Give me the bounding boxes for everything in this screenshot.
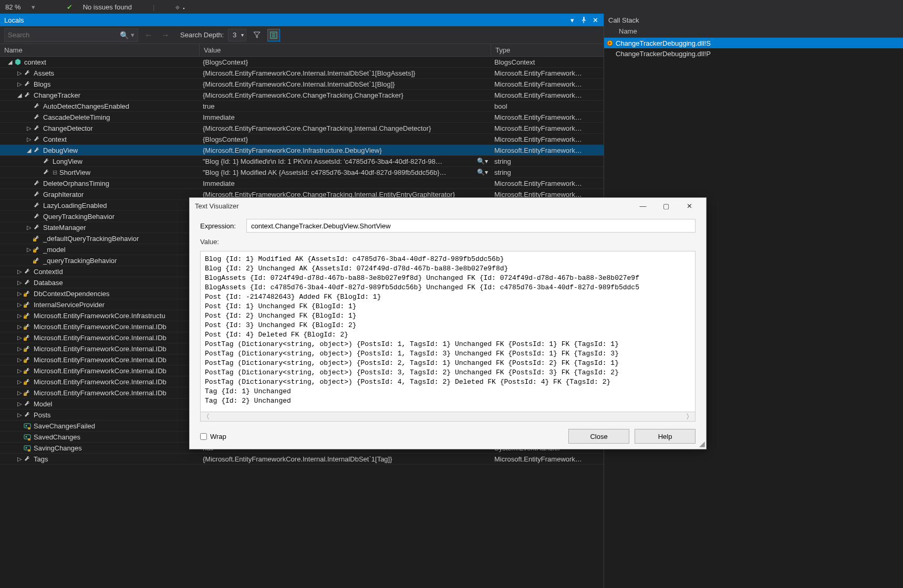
row-type: Microsoft.EntityFramework… bbox=[491, 113, 604, 121]
expand-toggle[interactable] bbox=[25, 180, 33, 186]
svg-point-34 bbox=[26, 447, 27, 449]
depth-select[interactable]: 3 bbox=[228, 29, 246, 41]
expand-toggle[interactable]: ◢ bbox=[25, 147, 33, 154]
expand-toggle[interactable] bbox=[16, 445, 23, 451]
expand-toggle[interactable]: ▷ bbox=[16, 290, 23, 297]
search-icon[interactable]: 🔍 bbox=[120, 31, 129, 39]
expand-toggle[interactable]: ▷ bbox=[16, 412, 23, 418]
wrap-checkbox-input[interactable] bbox=[200, 433, 207, 440]
close-icon[interactable]: ✕ bbox=[591, 16, 599, 24]
magnifier-icon[interactable]: 🔍▾ bbox=[477, 158, 488, 165]
zoom-dropdown-icon[interactable]: ▾ bbox=[32, 3, 35, 11]
row-name: Microsoft.EntityFrameworkCore.Internal.I… bbox=[34, 389, 167, 397]
expand-toggle[interactable]: ▷ bbox=[16, 334, 23, 341]
row-name: Microsoft.EntityFrameworkCore.Internal.I… bbox=[34, 356, 167, 364]
row-value: {BlogsContext} bbox=[203, 58, 488, 66]
tree-row[interactable]: ▷Tags{Microsoft.EntityFrameworkCore.Inte… bbox=[0, 454, 604, 465]
tree-row[interactable]: ◢DebugView{Microsoft.EntityFrameworkCore… bbox=[0, 145, 604, 156]
tree-row[interactable]: LongView"Blog {Id: 1} Modified\r\n Id: 1… bbox=[0, 156, 604, 167]
expand-icon[interactable] bbox=[267, 29, 280, 41]
tree-row[interactable]: ◢context{BlogsContext}BlogsContext bbox=[0, 57, 604, 68]
value-textarea[interactable]: Blog {Id: 1} Modified AK {AssetsId: c478… bbox=[200, 251, 696, 412]
row-name: _queryTrackingBehavior bbox=[43, 257, 117, 265]
callstack-row[interactable]: ChangeTrackerDebugging.dll!P bbox=[604, 48, 903, 59]
expand-toggle[interactable] bbox=[25, 213, 33, 219]
priv-icon bbox=[33, 256, 41, 265]
row-name: Tags bbox=[34, 455, 48, 463]
expand-toggle[interactable] bbox=[16, 434, 23, 440]
locals-toolbar: 🔍 ▾ ← → Search Depth: 3 bbox=[0, 26, 604, 44]
expand-toggle[interactable]: ▷ bbox=[16, 301, 23, 308]
tree-row[interactable]: CascadeDeleteTimingImmediateMicrosoft.En… bbox=[0, 112, 604, 123]
expand-toggle[interactable]: ▷ bbox=[16, 81, 23, 88]
search-input[interactable] bbox=[8, 31, 120, 39]
expand-toggle[interactable] bbox=[16, 423, 23, 429]
tree-row[interactable]: ⊟ShortView"Blog {Id: 1} Modified AK {Ass… bbox=[0, 167, 604, 178]
prop-icon bbox=[33, 223, 41, 232]
row-type: Microsoft.EntityFramework… bbox=[491, 124, 604, 132]
expand-toggle[interactable]: ▷ bbox=[25, 136, 33, 143]
maximize-icon[interactable]: ▢ bbox=[655, 198, 678, 214]
expand-toggle[interactable]: ◢ bbox=[16, 92, 23, 99]
row-type: bool bbox=[491, 102, 604, 110]
expand-toggle[interactable]: ▷ bbox=[16, 368, 23, 374]
expand-toggle[interactable] bbox=[35, 158, 42, 164]
expand-toggle[interactable]: ▷ bbox=[16, 345, 23, 352]
expand-toggle[interactable] bbox=[25, 114, 33, 120]
expand-toggle[interactable]: ▷ bbox=[16, 70, 23, 77]
expand-toggle[interactable]: ▷ bbox=[25, 224, 33, 231]
expand-toggle[interactable]: ▷ bbox=[16, 401, 23, 407]
expand-toggle[interactable]: ▷ bbox=[16, 456, 23, 463]
search-input-wrap[interactable]: 🔍 ▾ bbox=[4, 28, 138, 42]
expand-toggle[interactable]: ▷ bbox=[25, 125, 33, 132]
col-type[interactable]: Type bbox=[491, 44, 604, 56]
tree-row[interactable]: ▷Context{BlogsContext}Microsoft.EntityFr… bbox=[0, 134, 604, 145]
close-dialog-icon[interactable]: ✕ bbox=[678, 198, 701, 214]
help-button[interactable]: Help bbox=[635, 429, 696, 444]
expand-toggle[interactable]: ▷ bbox=[16, 279, 23, 286]
depth-label: Search Depth: bbox=[180, 31, 224, 39]
row-name: Database bbox=[34, 279, 63, 287]
expand-toggle[interactable]: ▷ bbox=[16, 268, 23, 275]
search-dropdown-icon[interactable]: ▾ bbox=[131, 31, 134, 39]
expand-toggle[interactable]: ▷ bbox=[25, 246, 33, 253]
minimize-icon[interactable]: — bbox=[631, 198, 655, 214]
tree-row[interactable]: ▷Assets{Microsoft.EntityFrameworkCore.In… bbox=[0, 68, 604, 79]
col-value[interactable]: Value bbox=[200, 44, 491, 56]
expand-toggle[interactable]: ▷ bbox=[16, 379, 23, 385]
callstack-col-name[interactable]: Name bbox=[604, 26, 903, 38]
callstack-row[interactable]: ChangeTrackerDebugging.dll!S bbox=[604, 38, 903, 48]
expand-toggle[interactable] bbox=[25, 191, 33, 197]
filter-icon[interactable] bbox=[251, 29, 263, 41]
magnifier-icon[interactable]: 🔍▾ bbox=[477, 169, 488, 176]
tree-row[interactable]: ▷Blogs{Microsoft.EntityFrameworkCore.Int… bbox=[0, 79, 604, 90]
row-value: {BlogsContext} bbox=[203, 135, 488, 143]
expand-toggle[interactable] bbox=[25, 257, 33, 264]
expand-toggle[interactable]: ▷ bbox=[16, 356, 23, 363]
tools-icon[interactable]: ⟐ ▾ bbox=[175, 3, 186, 11]
expand-toggle[interactable] bbox=[25, 202, 33, 208]
svg-rect-35 bbox=[28, 449, 30, 452]
expand-toggle[interactable]: ▷ bbox=[16, 323, 23, 330]
tree-row[interactable]: AutoDetectChangesEnabledtruebool bbox=[0, 101, 604, 112]
tree-row[interactable]: ◢ChangeTracker{Microsoft.EntityFramework… bbox=[0, 90, 604, 101]
expand-toggle[interactable] bbox=[25, 235, 33, 242]
expand-toggle[interactable]: ▷ bbox=[16, 312, 23, 319]
expand-toggle[interactable] bbox=[25, 103, 33, 109]
horizontal-scrollbar[interactable]: 〈〉 bbox=[200, 412, 696, 422]
priv-icon bbox=[33, 234, 41, 243]
tree-row[interactable]: DeleteOrphansTimingImmediateMicrosoft.En… bbox=[0, 178, 604, 189]
frame-text: ChangeTrackerDebugging.dll!P bbox=[616, 50, 711, 58]
expression-input[interactable] bbox=[246, 219, 696, 233]
row-name: Microsoft.EntityFrameworkCore.Internal.I… bbox=[34, 378, 167, 386]
expand-toggle[interactable]: ▷ bbox=[16, 390, 23, 396]
expand-toggle[interactable] bbox=[35, 169, 42, 175]
tree-row[interactable]: ▷ChangeDetector{Microsoft.EntityFramewor… bbox=[0, 123, 604, 134]
dialog-titlebar[interactable]: Text Visualizer — ▢ ✕ bbox=[190, 198, 706, 214]
window-dropdown-icon[interactable]: ▾ bbox=[568, 16, 576, 24]
close-button[interactable]: Close bbox=[568, 429, 629, 444]
col-name[interactable]: Name bbox=[0, 44, 200, 56]
wrap-checkbox[interactable]: Wrap bbox=[200, 433, 226, 440]
expand-toggle[interactable]: ◢ bbox=[6, 59, 14, 66]
pin-icon[interactable] bbox=[579, 16, 588, 24]
